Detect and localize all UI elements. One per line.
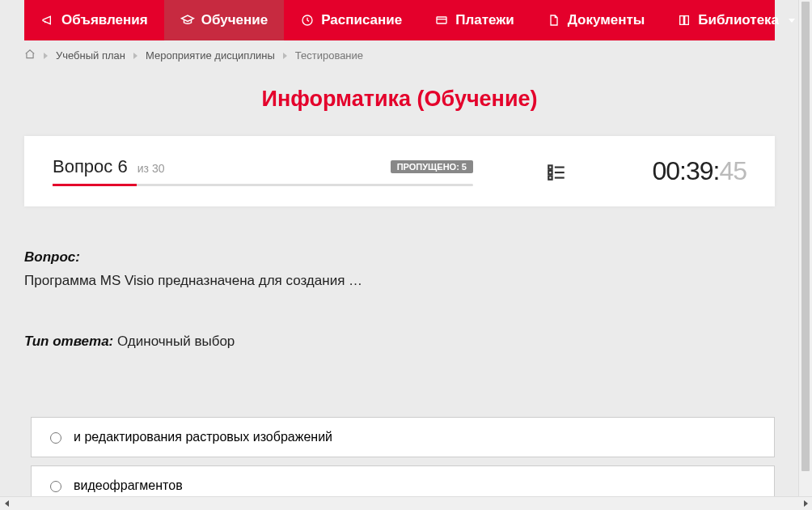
question-text: Программа MS Visio предназначена для соз… (24, 270, 775, 291)
question-block: Вопрос: Программа MS Visio предназначена… (0, 206, 799, 368)
nav-item-label: Платежи (455, 12, 514, 28)
scroll-thumb[interactable] (801, 2, 810, 471)
status-bar: Вопрос 6 из 30 ПРОПУЩЕНО: 5 00:39:45 (24, 136, 775, 206)
nav-item-library[interactable]: Библиотека (661, 0, 799, 40)
answer-radio[interactable] (50, 432, 61, 444)
horizontal-scrollbar[interactable] (0, 496, 812, 510)
progress-bar (53, 184, 473, 186)
progress-fill (53, 184, 137, 186)
chevron-down-icon (789, 19, 795, 23)
nav-item-announcements[interactable]: Объявления (24, 0, 164, 40)
breadcrumb-link[interactable]: Мероприятие дисциплины (146, 49, 275, 62)
scroll-right-icon[interactable] (799, 497, 812, 510)
missed-badge: ПРОПУЩЕНО: 5 (391, 160, 473, 173)
question-list-icon[interactable] (546, 161, 567, 182)
nav-item-label: Расписание (321, 12, 402, 28)
nav-item-label: Обучение (201, 12, 268, 28)
answer-text: видеофрагментов (74, 478, 183, 493)
graduation-cap-icon (180, 13, 195, 28)
answer-radio[interactable] (50, 481, 61, 492)
nav-item-label: Документы (568, 12, 645, 28)
nav-item-payments[interactable]: Платежи (418, 0, 531, 40)
vertical-scrollbar[interactable] (798, 0, 812, 497)
book-icon (677, 13, 691, 28)
page-title: Информатика (Обучение) (0, 87, 799, 112)
clock-icon (300, 13, 315, 28)
answer-option[interactable]: и редактирования растровых изображений (31, 417, 775, 457)
answer-option[interactable]: видеофрагментов (31, 465, 775, 498)
nav-item-label: Библиотека (698, 12, 779, 28)
breadcrumb-current: Тестирование (295, 49, 363, 62)
breadcrumb: Учебный план Мероприятие дисциплины Тест… (0, 40, 799, 62)
scroll-track[interactable] (13, 497, 799, 510)
megaphone-icon (40, 13, 55, 28)
svg-rect-3 (548, 170, 552, 173)
svg-rect-4 (548, 176, 552, 179)
timer: 00:39:45 (652, 156, 746, 186)
question-number-label: Вопрос 6 (53, 156, 133, 176)
answers-list: и редактирования растровых изображений в… (0, 368, 799, 498)
answer-text: и редактирования растровых изображений (74, 430, 332, 444)
nav-item-schedule[interactable]: Расписание (284, 0, 418, 40)
top-nav: Объявления Обучение Расписание Платежи Д… (24, 0, 775, 40)
question-total: из 30 (137, 162, 165, 175)
home-icon[interactable] (24, 49, 36, 62)
file-icon (547, 13, 561, 28)
chevron-right-icon (44, 53, 48, 59)
card-icon (434, 13, 449, 28)
answer-type-value: Одиночный выбор (117, 334, 235, 349)
nav-item-education[interactable]: Обучение (164, 0, 284, 40)
chevron-right-icon (283, 53, 287, 59)
scroll-left-icon[interactable] (0, 497, 13, 510)
answer-type-label: Тип ответа: (24, 334, 113, 349)
nav-item-documents[interactable]: Документы (531, 0, 662, 40)
chevron-right-icon (133, 53, 137, 59)
question-label: Вопрос: (24, 247, 775, 268)
breadcrumb-link[interactable]: Учебный план (56, 49, 125, 62)
nav-item-label: Объявления (61, 12, 148, 28)
svg-rect-1 (437, 17, 446, 23)
svg-rect-2 (548, 165, 552, 168)
